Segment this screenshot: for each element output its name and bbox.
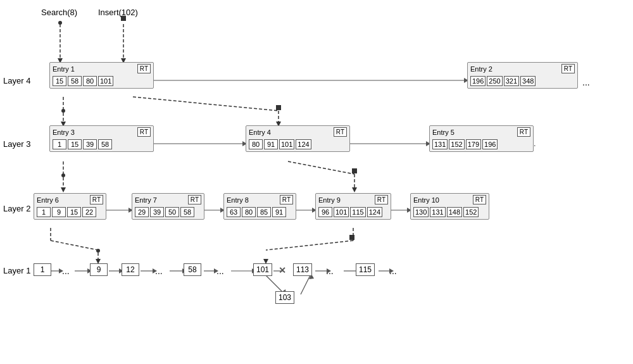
entry-6-cell-2: 15 [67,207,81,217]
l1-node-12: 12 [122,263,139,276]
entry-9-cell-3: 124 [367,207,382,217]
entry-3-cell-3: 58 [98,139,112,149]
entry-3-cell-2: 39 [83,139,97,149]
entry-1-cell-3: 101 [98,76,113,86]
entry-10-rt: RT [473,195,486,204]
entry-5-rt: RT [517,127,530,137]
entry-5-cell-1: 152 [449,139,464,149]
entry-1: Entry 1 RT 15 58 80 101 [49,62,154,89]
entry-5-cell-0: 131 [432,139,448,149]
insert-annotation: Insert(102) [98,8,138,17]
entry-9-cell-1: 101 [334,207,349,217]
entry-4-cell-0: 80 [249,139,263,149]
l1-node-1: 1 [34,263,51,276]
entry-8-cell-3: 91 [272,207,286,217]
svg-line-39 [51,241,98,250]
svg-rect-27 [352,168,357,173]
l1-node-113: 113 [293,263,312,276]
svg-rect-14 [276,105,281,110]
svg-point-9 [61,109,65,113]
entry-2-ellipsis: ... [582,77,590,87]
entry-7: Entry 7 RT 29 39 50 58 [132,193,204,220]
svg-line-25 [288,161,354,174]
entry-6-cell-1: 9 [52,207,66,217]
entry-9-label: Entry 9 [318,196,341,204]
layer2-label: Layer 2 [3,204,30,213]
entry-6-cell-0: 1 [37,207,51,217]
entry-7-cell-0: 29 [135,207,149,217]
l1-ellipsis-2: ... [216,266,224,276]
entry-2: Entry 2 RT 196 250 321 348 [467,62,578,89]
entry-7-cell-1: 39 [150,207,164,217]
entry-8-cell-2: 85 [257,207,271,217]
entry-9-rt: RT [375,195,388,204]
entry-10-label: Entry 10 [413,196,439,204]
entry-3-cell-0: 1 [53,139,66,149]
entry-10: Entry 10 RT 130 131 148 152 [410,193,489,220]
entry-4-rt: RT [334,127,347,137]
entry-2-cell-3: 348 [520,76,536,86]
l1-ellipsis-3: ... [326,266,334,276]
entry-7-cell-3: 58 [180,207,194,217]
entry-5-cell-3: 196 [482,139,498,149]
svg-marker-28 [352,187,357,192]
l1-ellipsis-1: ... [155,266,163,276]
entry-3: Entry 3 RT 1 15 39 58 [49,125,154,152]
entry-10-cell-2: 148 [447,207,462,217]
entry-3-rt: RT [137,127,151,137]
entry-8-cell-0: 63 [227,207,241,217]
l1-node-103: 103 [275,291,294,304]
layer1-label: Layer 1 [3,266,30,275]
l1-node-58: 58 [184,263,201,276]
svg-line-71 [301,275,310,294]
layer3-label: Layer 3 [3,139,30,149]
entry-10-cell-1: 131 [430,207,445,217]
svg-point-22 [61,173,65,177]
l1-ellipsis-4: ... [389,266,397,276]
canvas: ... ... [0,0,633,364]
entry-3-label: Entry 3 [53,129,75,136]
entry-2-cell-0: 196 [470,76,486,86]
search-annotation: Search(8) [41,8,77,17]
entry-1-label: Entry 1 [53,65,75,73]
entry-8-cell-1: 80 [242,207,256,217]
l1-ellipsis-0: ... [62,266,70,276]
entry-4-cell-3: 124 [296,139,311,149]
entry-3-cell-1: 15 [68,139,82,149]
entry-2-rt: RT [561,64,575,73]
entry-6-cell-3: 22 [82,207,96,217]
entry-1-cell-2: 80 [83,76,97,86]
entry-5-label: Entry 5 [432,129,454,136]
entry-8: Entry 8 RT 63 80 85 91 [223,193,296,220]
entry-6-label: Entry 6 [37,196,59,204]
entry-4-cell-2: 101 [279,139,294,149]
svg-marker-24 [61,187,66,192]
entry-5: Entry 5 RT 131 152 179 196 [429,125,534,152]
l1-node-115: 115 [356,263,375,276]
entry-7-rt: RT [188,195,201,204]
svg-text:✕: ✕ [279,265,286,275]
entry-2-cell-1: 250 [487,76,502,86]
entry-1-cell-1: 58 [68,76,82,86]
entry-9: Entry 9 RT 96 101 115 124 [315,193,391,220]
entry-9-cell-0: 96 [318,207,332,217]
entry-4: Entry 4 RT 80 91 101 124 [246,125,350,152]
entry-7-cell-2: 50 [165,207,179,217]
l1-node-101: 101 [253,263,272,276]
entry-2-cell-2: 321 [504,76,519,86]
entry-10-cell-3: 152 [463,207,479,217]
entry-10-cell-0: 130 [413,207,429,217]
layer4-label: Layer 4 [3,76,30,85]
entry-4-label: Entry 4 [249,129,271,136]
entry-8-rt: RT [280,195,293,204]
entry-1-rt: RT [137,64,151,73]
entry-4-cell-1: 91 [264,139,278,149]
entry-8-label: Entry 8 [227,196,249,204]
entry-2-label: Entry 2 [470,65,492,73]
entry-6-rt: RT [90,195,103,204]
svg-rect-45 [349,235,354,240]
entry-7-label: Entry 7 [135,196,157,204]
svg-line-12 [133,97,279,111]
entry-6: Entry 6 RT 1 9 15 22 [34,193,106,220]
entry-9-cell-2: 115 [350,207,365,217]
